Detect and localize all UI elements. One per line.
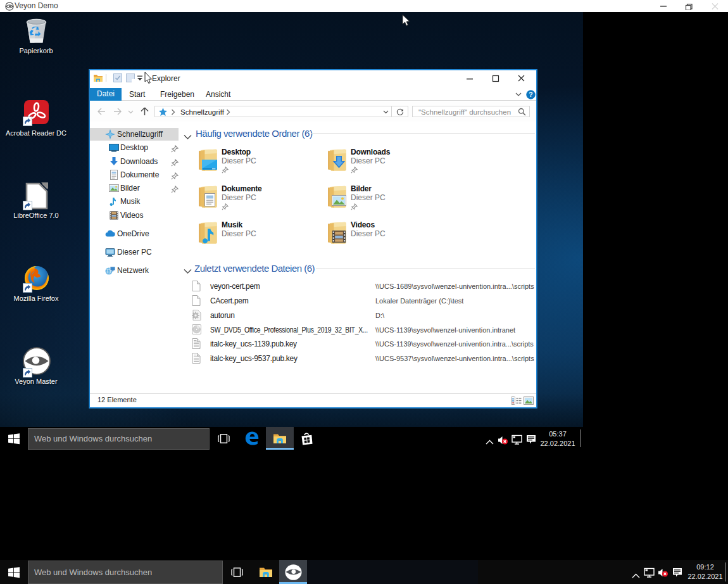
svg-text:?: ? bbox=[529, 91, 532, 98]
